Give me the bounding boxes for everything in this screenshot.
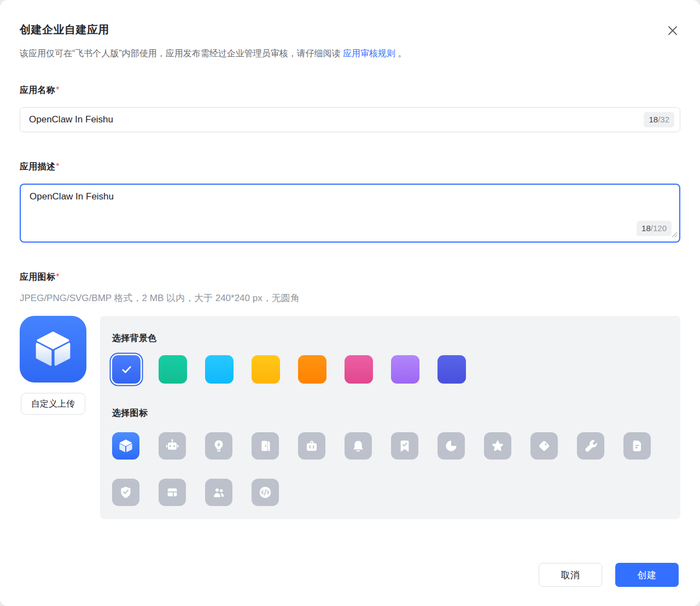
icon-preview-column: 自定义上传: [20, 316, 86, 415]
close-icon[interactable]: [665, 23, 680, 38]
bell-icon: [349, 437, 367, 455]
document-icon: [628, 437, 646, 455]
app-name-char-counter: 18/32: [644, 112, 674, 127]
check-icon: [119, 362, 134, 377]
app-desc-textarea-wrap: OpenClaw In Feishu 18/120: [20, 184, 680, 243]
app-icon-option-bulb[interactable]: [205, 432, 232, 460]
cancel-button[interactable]: 取消: [539, 563, 602, 587]
code-icon: [256, 484, 274, 501]
app-desc-char-counter: 18/120: [637, 221, 672, 236]
app-icon-hint: JPEG/PNG/SVG/BMP 格式，2 MB 以内，大于 240*240 p…: [20, 292, 680, 305]
tag-icon: [535, 437, 553, 455]
dialog-title: 创建企业自建应用: [20, 22, 109, 37]
resize-handle-icon[interactable]: [671, 230, 678, 240]
subtitle-text-before: 该应用仅可在“飞书个人版”内部使用，应用发布需经过企业管理员审核，请仔细阅读: [20, 49, 343, 58]
app-name-input[interactable]: [29, 114, 644, 125]
app-icon-option-dashboard[interactable]: [159, 479, 186, 506]
app-icon-option-people[interactable]: [205, 479, 232, 506]
app-desc-label: 应用描述*: [20, 161, 680, 173]
app-icon-option-shield-check[interactable]: [112, 479, 139, 506]
app-icon-option-star[interactable]: [484, 432, 511, 460]
icon-grid: [112, 432, 664, 506]
bg-color-section-title: 选择背景色: [112, 332, 668, 344]
app-icon-label: 应用图标*: [20, 271, 680, 283]
app-icon-option-cube[interactable]: [112, 432, 139, 460]
app-icon-option-tag[interactable]: [530, 432, 558, 460]
app-icon-option-wrench[interactable]: [577, 432, 604, 460]
app-icon-option-code[interactable]: [252, 479, 279, 506]
app-icon-option-bell[interactable]: [345, 432, 372, 460]
icon-config-row: 自定义上传 选择背景色 选择图标: [20, 316, 680, 519]
bookmark-check-icon: [396, 437, 413, 455]
shield-check-icon: [117, 484, 135, 501]
bg-color-swatch-yellow[interactable]: [252, 355, 280, 384]
app-icon-option-pie[interactable]: [438, 432, 465, 460]
app-desc-textarea[interactable]: OpenClaw In Feishu: [21, 185, 679, 242]
cube-icon: [30, 326, 77, 373]
dialog-footer: 取消 创建: [20, 563, 680, 587]
create-app-dialog: 创建企业自建应用 该应用仅可在“飞书个人版”内部使用，应用发布需经过企业管理员审…: [0, 0, 700, 606]
app-icon-preview: [20, 316, 86, 383]
create-button[interactable]: 创建: [615, 563, 679, 587]
wrench-icon: [582, 437, 599, 455]
bg-color-swatch-green[interactable]: [159, 355, 187, 384]
bg-color-swatch-orange[interactable]: [298, 355, 326, 384]
icon-picker-panel: 选择背景色 选择图标: [100, 316, 680, 519]
bulb-icon: [210, 437, 228, 455]
subtitle-text-after: 。: [395, 49, 406, 58]
custom-upload-button[interactable]: 自定义上传: [21, 393, 85, 415]
book-icon: [256, 437, 274, 455]
dialog-header: 创建企业自建应用: [20, 0, 680, 38]
pie-icon: [442, 437, 460, 455]
briefcase-icon: [303, 437, 320, 455]
cube-icon: [117, 437, 135, 455]
bg-color-swatches: [112, 355, 668, 384]
app-icon-option-briefcase[interactable]: [298, 432, 325, 460]
people-icon: [210, 484, 228, 501]
star-icon: [489, 437, 506, 455]
dialog-subtitle: 该应用仅可在“飞书个人版”内部使用，应用发布需经过企业管理员审核，请仔细阅读 应…: [20, 47, 680, 60]
dashboard-icon: [164, 484, 181, 501]
app-icon-option-document[interactable]: [623, 432, 651, 460]
icon-section-title: 选择图标: [112, 407, 668, 419]
review-rules-link[interactable]: 应用审核规则: [343, 49, 395, 58]
app-name-input-wrap: 18/32: [20, 107, 680, 132]
app-icon-option-book[interactable]: [252, 432, 279, 460]
required-asterisk: *: [56, 272, 60, 281]
app-name-label: 应用名称*: [20, 84, 680, 96]
bg-color-swatch-blue[interactable]: [112, 355, 141, 384]
required-asterisk: *: [56, 162, 60, 171]
bg-color-swatch-indigo[interactable]: [438, 355, 466, 384]
required-asterisk: *: [56, 85, 60, 95]
bg-color-swatch-pink[interactable]: [345, 355, 373, 384]
app-icon-option-robot[interactable]: [159, 432, 186, 460]
bg-color-swatch-purple[interactable]: [391, 355, 419, 384]
bg-color-swatch-cyan[interactable]: [205, 355, 234, 384]
robot-icon: [164, 437, 181, 455]
app-icon-option-bookmark-check[interactable]: [391, 432, 418, 460]
